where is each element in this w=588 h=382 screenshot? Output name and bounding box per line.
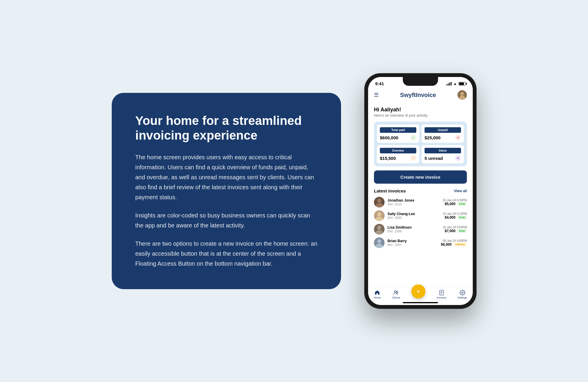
clients-icon: [393, 290, 399, 296]
invoice-amount-row-chang: $4,000 PAID: [443, 215, 467, 220]
stat-icon-overdue: !: [410, 155, 416, 161]
nav-label-home: Home: [374, 296, 381, 299]
fab-add-button[interactable]: +: [411, 284, 425, 299]
phone-screen: 9:41 ▲: [368, 77, 473, 305]
phone-notch: [403, 77, 438, 86]
svg-point-1: [460, 92, 464, 96]
invoice-amount-chang: $4,000: [445, 215, 455, 220]
bottom-indicator: [403, 302, 438, 303]
create-invoice-button[interactable]: Create new invoice: [374, 170, 467, 184]
status-badge-barry: UNPAID: [453, 242, 467, 247]
invoice-right-barry: 08-Jan-24 4:00PM $6,000 UNPAID: [441, 239, 467, 247]
invoice-right-chang: 15-Jan-24 5:15PM $4,000 PAID: [443, 212, 467, 220]
status-badge-jones: PAID: [457, 202, 467, 206]
app-logo: SwyftInvoice: [400, 92, 436, 98]
feature-para-3: There are two options to create a new in…: [135, 239, 318, 269]
stat-card-total-paid: Total paid $600,000 ✓: [377, 125, 419, 143]
phone-frame: 9:41 ▲: [365, 73, 476, 309]
invoice-num-barry: INV. 1007: [387, 243, 438, 247]
invoice-item-1009[interactable]: Sally Chang-Lee INV. 1009 15-Jan-24 5:15…: [374, 210, 467, 221]
svg-point-16: [397, 291, 398, 293]
page-container: Your home for a streamlined invoicing ex…: [0, 0, 588, 382]
invoice-amount-row-jones: $5,000 PAID: [443, 202, 467, 206]
stat-label-inbox: Inbox: [425, 148, 461, 153]
invoices-icon: [439, 290, 445, 296]
stat-label-total-paid: Total paid: [380, 127, 416, 133]
invoice-name-chang: Sally Chang-Lee: [387, 212, 440, 216]
signal-bars-icon: [446, 82, 452, 86]
stat-value-overdue: $15,500: [380, 156, 396, 161]
nav-item-invoices[interactable]: Invoices: [437, 290, 446, 299]
stat-value-row-overdue: $15,500 !: [380, 155, 416, 161]
stat-value-row-inbox: 5 unread ✉: [425, 155, 461, 161]
invoice-avatar-jones: [374, 197, 385, 207]
app-logo-bold: Invoice: [416, 92, 436, 98]
invoice-amount-barry: $6,000: [441, 242, 452, 247]
stat-card-unpaid: Unpaid $25,000 ✕: [422, 125, 464, 143]
avatar[interactable]: [457, 90, 467, 100]
stat-value-unpaid: $25,000: [425, 135, 440, 140]
feature-heading: Your home for a streamlined invoicing ex…: [135, 113, 318, 143]
invoice-name-barry: Brian Barry: [387, 239, 438, 243]
invoice-info-barry: Brian Barry INV. 1007: [387, 239, 438, 247]
status-time: 9:41: [375, 81, 384, 86]
invoice-name-jones: Jonathan Jones: [387, 198, 440, 202]
view-all-link[interactable]: View all: [454, 189, 467, 193]
invoice-amount-row-barry: $6,000 UNPAID: [441, 242, 467, 247]
nav-item-settings[interactable]: Settings: [457, 290, 467, 299]
hamburger-icon[interactable]: ☰: [374, 92, 379, 98]
feature-card: Your home for a streamlined invoicing ex…: [112, 93, 341, 289]
svg-point-4: [377, 199, 381, 203]
invoice-item-1010[interactable]: Jonathan Jones INV. 1010 20-Jan-24 6:30P…: [374, 197, 467, 207]
stat-value-row-unpaid: $25,000 ✕: [425, 135, 461, 140]
invoice-amount-smithson: $7,000: [445, 229, 455, 233]
invoice-num-chang: INV. 1009: [387, 216, 440, 220]
invoice-avatar-barry: [374, 237, 385, 248]
fab-plus-icon: +: [416, 288, 420, 295]
svg-point-7: [377, 212, 381, 216]
settings-icon: [460, 290, 465, 296]
invoice-date-smithson: 10-Jan-24 9:09PM: [443, 226, 467, 229]
invoice-list: Jonathan Jones INV. 1010 20-Jan-24 6:30P…: [374, 197, 467, 248]
stat-icon-paid: ✓: [410, 135, 416, 140]
invoice-right-jones: 20-Jan-24 6:30PM $5,000 PAID: [443, 199, 467, 206]
stat-card-inbox: Inbox 5 unread ✉: [422, 145, 464, 163]
invoice-amount-jones: $5,000: [445, 202, 455, 206]
app-header: ☰ SwyftInvoice: [368, 88, 473, 103]
invoice-num-jones: INV. 1010: [387, 202, 440, 206]
stat-icon-unpaid: ✕: [455, 135, 461, 140]
stats-grid: Total paid $600,000 ✓ Unpaid $25,000 ✕: [374, 122, 467, 166]
status-badge-chang: PAID: [457, 215, 467, 220]
invoice-date-barry: 08-Jan-24 4:00PM: [441, 239, 467, 242]
invoice-date-jones: 20-Jan-24 6:30PM: [443, 199, 467, 202]
nav-item-clients[interactable]: Clients: [392, 290, 400, 299]
section-header: Latest invoices View all: [374, 188, 467, 193]
feature-para-2: Insights are color-coded so busy busines…: [135, 210, 318, 230]
invoice-avatar-smithson: [374, 224, 385, 234]
invoice-item-1007[interactable]: Brian Barry INV. 1007 08-Jan-24 4:00PM $…: [374, 237, 467, 248]
home-icon: [374, 290, 380, 296]
feature-para-1: The home screen provides users with easy…: [135, 152, 318, 202]
stat-icon-inbox: ✉: [455, 155, 461, 161]
svg-point-15: [394, 291, 396, 293]
invoice-avatar-chang: [374, 210, 385, 221]
right-panel: 9:41 ▲: [365, 73, 476, 309]
invoice-date-chang: 15-Jan-24 5:15PM: [443, 212, 467, 215]
greeting-sub: Here's an overview of your activity.: [374, 113, 467, 118]
section-title: Latest invoices: [374, 188, 406, 193]
stat-label-unpaid: Unpaid: [425, 127, 461, 133]
nav-item-home[interactable]: Home: [374, 290, 381, 299]
left-panel: Your home for a streamlined invoicing ex…: [112, 93, 341, 289]
invoice-name-smithson: Lisa Smithson: [387, 225, 440, 229]
nav-label-invoices: Invoices: [437, 296, 446, 299]
invoice-item-1008[interactable]: Lisa Smithson INV. 1008 10-Jan-24 9:09PM…: [374, 224, 467, 234]
greeting-name: Hi Aaliyah!: [374, 107, 467, 113]
svg-point-21: [462, 292, 463, 294]
invoice-info-smithson: Lisa Smithson INV. 1008: [387, 225, 440, 233]
stat-card-overdue: Overdue $15,500 !: [377, 145, 419, 163]
bottom-nav: Home Clients +: [368, 286, 473, 305]
nav-label-clients: Clients: [392, 296, 400, 299]
invoice-info-chang: Sally Chang-Lee INV. 1009: [387, 212, 440, 220]
app-logo-regular: Swyft: [400, 92, 416, 98]
status-icons: ▲: [446, 82, 466, 86]
